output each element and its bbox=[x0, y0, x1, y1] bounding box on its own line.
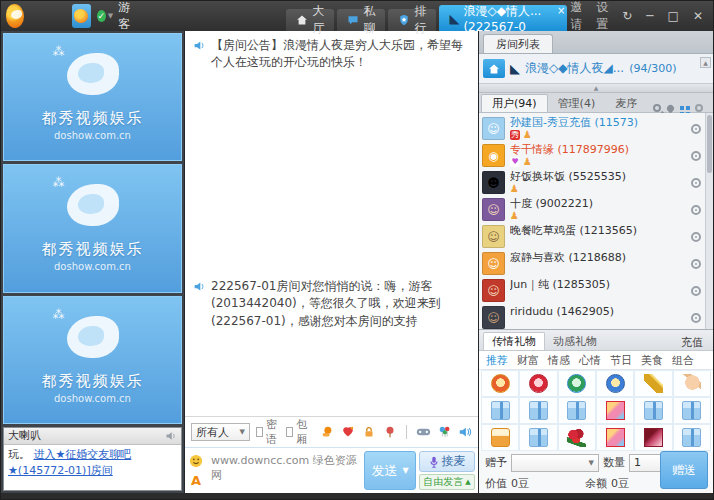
tab-private-chat[interactable]: 私聊 bbox=[337, 9, 385, 31]
tab-mic-order[interactable]: 麦序 bbox=[605, 94, 647, 112]
send-options-caret-icon[interactable]: ▼ bbox=[402, 466, 408, 475]
gift-item[interactable] bbox=[634, 397, 672, 424]
user-list-item[interactable]: ☺ Jun｜纯 (1285305) bbox=[482, 277, 713, 304]
user-list-item[interactable]: ☺ 十度 (9002221) ♟ bbox=[482, 196, 713, 223]
kiss-heart-icon[interactable] bbox=[341, 425, 355, 439]
tab-animated-gifts[interactable]: 动感礼物 bbox=[545, 332, 605, 350]
webcam-icon[interactable] bbox=[691, 205, 701, 215]
tab-room-list[interactable]: 房间列表 bbox=[483, 34, 553, 53]
take-mic-button[interactable]: 接麦 bbox=[419, 451, 475, 472]
invite-button[interactable]: 邀请 bbox=[570, 0, 582, 33]
give-to-select[interactable]: ▼ bbox=[511, 454, 599, 472]
nudge-hand-icon[interactable] bbox=[320, 425, 334, 439]
webcam-icon[interactable] bbox=[691, 151, 701, 161]
gift-item[interactable] bbox=[673, 424, 711, 451]
user-list-item[interactable]: ☺ 晚餐吃草鸡蛋 (1213565) bbox=[482, 223, 713, 250]
font-style-button[interactable]: A bbox=[191, 473, 201, 488]
webcam-icon[interactable] bbox=[691, 232, 701, 242]
close-tab-icon[interactable]: × bbox=[557, 5, 565, 16]
maximize-button[interactable]: □ bbox=[668, 9, 679, 23]
tab-admins[interactable]: 管理(4) bbox=[548, 94, 606, 112]
user-list-item[interactable]: ☺ 寂静与喜欢 (1218688) bbox=[482, 250, 713, 277]
gift-category[interactable]: 财富 bbox=[517, 353, 539, 368]
send-gift-button[interactable]: 赠送 bbox=[660, 451, 708, 489]
emoji-smiley-icon[interactable] bbox=[189, 454, 203, 468]
gift-item[interactable] bbox=[673, 397, 711, 424]
webcam-filter-icon[interactable] bbox=[695, 104, 703, 112]
gift-item[interactable] bbox=[519, 397, 557, 424]
lock-icon[interactable] bbox=[362, 425, 376, 439]
user-id: (1462905) bbox=[557, 306, 615, 318]
gamepad-icon[interactable] bbox=[416, 426, 431, 438]
booth-checkbox[interactable]: 包厢 bbox=[286, 417, 310, 447]
whisper-checkbox[interactable]: 密语 bbox=[256, 417, 280, 447]
gift-item[interactable] bbox=[596, 370, 634, 397]
online-status-icon[interactable]: ✓ bbox=[97, 10, 106, 22]
sound-speaker-icon[interactable] bbox=[458, 425, 472, 439]
gift-category[interactable]: 情感 bbox=[548, 353, 570, 368]
tab-lobby[interactable]: 大厅 bbox=[286, 9, 334, 31]
locate-pin-icon[interactable] bbox=[666, 103, 676, 113]
user-list-item[interactable]: ☻ 好饭换坏饭 (5525535) ♟ bbox=[482, 169, 713, 196]
free-speech-button[interactable]: 自由发言 ▲ bbox=[419, 474, 475, 490]
gift-item[interactable] bbox=[481, 397, 519, 424]
audience-select[interactable]: 所有人 ▼ bbox=[191, 423, 250, 441]
webcam-icon[interactable] bbox=[691, 178, 701, 188]
user-avatar[interactable] bbox=[72, 4, 90, 28]
status-dropdown-caret-icon[interactable]: ▼ bbox=[108, 12, 113, 20]
gift-category[interactable]: 推荐 bbox=[486, 353, 508, 368]
grid-view-icon[interactable] bbox=[680, 106, 684, 110]
room-list-collapse-bar[interactable]: ▲ bbox=[479, 84, 713, 93]
current-room-row[interactable]: ◣ 浪漫◇◆情人夜◢... (94/300) ▲ bbox=[479, 54, 713, 84]
video-slot[interactable]: 都秀视频娱乐 doshow.com.cn bbox=[3, 296, 182, 424]
lollipop-pin-icon[interactable] bbox=[383, 425, 397, 439]
webcam-icon[interactable] bbox=[691, 313, 701, 323]
scrollbar-thumb[interactable] bbox=[707, 115, 712, 173]
video-slot[interactable]: 都秀视频娱乐 doshow.com.cn bbox=[3, 33, 182, 161]
gift-item[interactable] bbox=[634, 370, 672, 397]
minimize-button[interactable]: ─ bbox=[646, 9, 653, 23]
tab-users[interactable]: 用户(94) bbox=[481, 94, 548, 112]
tab-ranking[interactable]: 排行 bbox=[388, 9, 436, 31]
send-label: 发送 bbox=[371, 462, 397, 480]
gift-category[interactable]: 节日 bbox=[610, 353, 632, 368]
refresh-icon[interactable]: ↻ bbox=[622, 9, 632, 23]
room-home-button[interactable] bbox=[483, 59, 505, 78]
balloons-icon[interactable] bbox=[438, 425, 452, 439]
gift-item[interactable] bbox=[519, 370, 557, 397]
search-icon[interactable] bbox=[653, 104, 661, 112]
horn-speaker-icon[interactable] bbox=[165, 430, 177, 442]
user-id: (9002221) bbox=[536, 198, 594, 210]
webcam-icon[interactable] bbox=[691, 124, 701, 134]
user-list-item[interactable]: ☺ riridudu (1462905) bbox=[482, 304, 713, 329]
gift-item[interactable] bbox=[634, 424, 672, 451]
gift-item[interactable] bbox=[673, 370, 711, 397]
gift-category[interactable]: 心情 bbox=[579, 353, 601, 368]
gift-item[interactable] bbox=[519, 424, 557, 451]
gift-item[interactable] bbox=[558, 370, 596, 397]
room-list-scroll-up[interactable]: ▲ bbox=[700, 57, 711, 68]
gift-item[interactable] bbox=[596, 397, 634, 424]
send-button[interactable]: 发送 ▼ bbox=[364, 451, 416, 490]
gift-item[interactable] bbox=[481, 424, 519, 451]
video-slot[interactable]: 都秀视频娱乐 doshow.com.cn bbox=[3, 164, 182, 292]
tab-room-active[interactable]: ◣ 浪漫◇◆情人...(222567-0 × bbox=[439, 5, 567, 31]
webcam-icon[interactable] bbox=[691, 286, 701, 296]
close-button[interactable]: ✕ bbox=[693, 9, 703, 23]
webcam-icon[interactable] bbox=[691, 259, 701, 269]
settings-button[interactable]: 设置 bbox=[596, 0, 608, 33]
recharge-link[interactable]: 充值 bbox=[681, 335, 709, 350]
member-person-icon: ♟ bbox=[523, 157, 532, 167]
gift-category[interactable]: 美食 bbox=[641, 353, 663, 368]
toolbar-right bbox=[458, 425, 472, 439]
tab-romance-gifts[interactable]: 传情礼物 bbox=[483, 332, 545, 350]
horn-text: 玩。 bbox=[8, 448, 30, 461]
gift-category[interactable]: 组合 bbox=[672, 353, 694, 368]
user-list-item[interactable]: ◉ 专干情缘 (117897996) ♥ ♟ bbox=[482, 142, 713, 169]
gift-item[interactable] bbox=[596, 424, 634, 451]
gift-item[interactable] bbox=[558, 424, 596, 451]
message-input[interactable]: www.downcc.com 绿色资源网 bbox=[207, 448, 361, 493]
user-list-item[interactable]: ☺ 孙建国-秀豆充值 (11573) 秀 ♟ bbox=[482, 115, 713, 142]
gift-item[interactable] bbox=[558, 397, 596, 424]
gift-item[interactable] bbox=[481, 370, 519, 397]
